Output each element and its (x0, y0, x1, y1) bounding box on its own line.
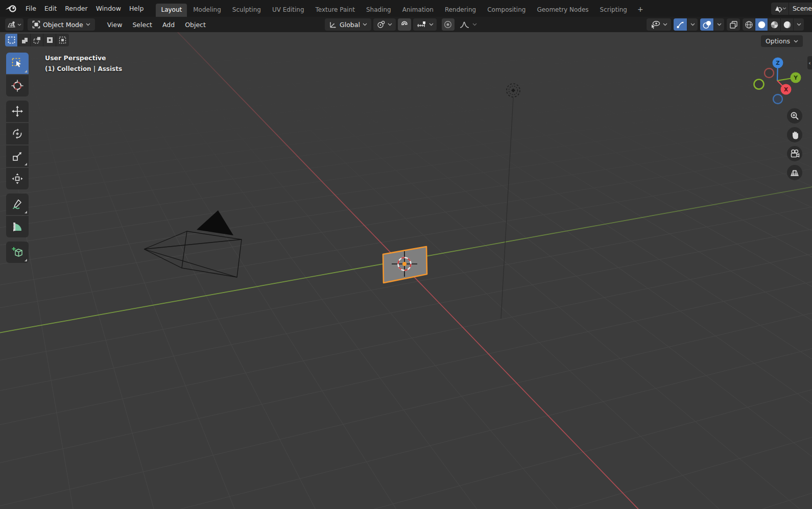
select-extend-button[interactable] (18, 34, 31, 46)
menu-add[interactable]: Add (157, 19, 180, 31)
scene-selector[interactable]: Scene (771, 3, 812, 15)
camera-view-icon (790, 149, 800, 159)
tab-scripting[interactable]: Scripting (595, 4, 632, 17)
select-box-tool[interactable] (6, 53, 29, 74)
pivot-point-selector[interactable] (373, 18, 396, 31)
tab-shading[interactable]: Shading (361, 4, 396, 17)
menu-edit[interactable]: Edit (40, 3, 61, 14)
shading-wireframe-button[interactable] (743, 18, 755, 31)
editor-type-button[interactable] (5, 18, 23, 31)
axis-x-ball[interactable]: X (781, 84, 792, 95)
menu-select[interactable]: Select (127, 19, 157, 31)
tab-animation[interactable]: Animation (397, 4, 439, 17)
select-mode-group (5, 34, 69, 46)
select-subtract-button[interactable] (31, 34, 43, 46)
chevron-down-icon (717, 23, 722, 26)
sidebar-collapse-tab[interactable]: ‹ (807, 56, 812, 69)
snap-toggle-button[interactable] (398, 18, 411, 31)
overlays-dropdown[interactable] (714, 18, 724, 31)
show-overlays-toggle[interactable] (700, 18, 713, 31)
rotate-tool[interactable] (6, 123, 29, 144)
falloff-selector[interactable] (457, 18, 480, 31)
shading-material-button[interactable] (768, 18, 781, 31)
viewport-info-text: User Perspective (1) Collection | Assist… (45, 54, 122, 72)
annotate-tool-icon (11, 198, 23, 210)
show-gizmos-toggle[interactable] (674, 18, 687, 31)
menu-help[interactable]: Help (125, 3, 148, 14)
menu-file[interactable]: File (21, 3, 40, 14)
scene-canvas[interactable] (0, 0, 812, 509)
overlays-control (700, 18, 724, 31)
select-intersect-button[interactable] (56, 34, 69, 46)
menu-view[interactable]: View (102, 19, 128, 31)
chevron-down-icon (388, 23, 392, 26)
select-set-icon (7, 36, 16, 44)
menu-object[interactable]: Object (180, 19, 211, 31)
measure-tool[interactable] (6, 216, 29, 237)
add-workspace-button[interactable]: + (633, 4, 648, 17)
pan-button[interactable] (787, 127, 802, 142)
gizmos-control (674, 18, 698, 31)
add-cube-tool[interactable] (6, 241, 29, 263)
proportional-editing-button[interactable] (442, 18, 455, 31)
xray-toggle[interactable] (727, 18, 740, 31)
tab-rendering[interactable]: Rendering (440, 4, 481, 17)
navigation-gizmo[interactable]: Z Y X (752, 55, 803, 106)
axis-y-ball[interactable]: Y (791, 72, 801, 83)
shading-material-icon (770, 20, 779, 29)
transform-tool[interactable] (6, 168, 29, 189)
select-set-button[interactable] (5, 34, 18, 46)
axis-z-neg-ball[interactable] (773, 94, 782, 104)
options-button[interactable]: Options (761, 35, 803, 47)
tab-modeling[interactable]: Modeling (188, 4, 226, 17)
move-tool[interactable] (6, 101, 29, 122)
tab-geometry-nodes[interactable]: Geometry Nodes (532, 4, 593, 17)
gizmos-dropdown[interactable] (687, 18, 698, 31)
select-box-tool-icon (11, 57, 23, 69)
chevron-down-icon (797, 23, 801, 26)
collection-label: (1) Collection | Assists (45, 65, 122, 72)
scale-tool[interactable] (6, 146, 29, 167)
tab-uv-editing[interactable]: UV Editing (267, 4, 309, 17)
object-visibility-icon (650, 20, 660, 29)
scene-name: Scene (793, 5, 812, 12)
select-invert-button[interactable] (43, 34, 56, 46)
topbar: File Edit Render Window Help Layout Mode… (0, 0, 812, 17)
snap-target-selector[interactable] (413, 18, 437, 31)
toggle-ortho-icon (790, 167, 800, 178)
axis-x-label: X (784, 86, 788, 92)
camera-view-button[interactable] (787, 146, 802, 161)
zoom-button[interactable] (787, 108, 802, 124)
xray-icon (729, 20, 738, 29)
axis-z-ball[interactable]: Z (773, 58, 783, 68)
viewport-header: Object Mode View Select Add Object Globa… (0, 17, 812, 32)
object-visibility-selector[interactable] (647, 18, 671, 31)
viewport-3d[interactable]: Options User Perspective (1) Collection … (0, 32, 812, 509)
chevron-down-icon (17, 23, 21, 26)
shading-rendered-button[interactable] (781, 18, 794, 31)
menu-render[interactable]: Render (61, 3, 92, 14)
shading-solid-icon (757, 20, 766, 29)
chevron-down-icon (794, 40, 798, 43)
tab-sculpting[interactable]: Sculpting (227, 4, 266, 17)
overlays-icon (702, 20, 711, 29)
shading-solid-button[interactable] (755, 18, 768, 31)
workspace-tabs: Layout Modeling Sculpting UV Editing Tex… (156, 0, 647, 17)
tab-layout[interactable]: Layout (156, 4, 187, 17)
axis-x-neg-ball[interactable] (765, 68, 774, 78)
shading-wireframe-icon (745, 20, 753, 29)
annotate-tool[interactable] (6, 193, 29, 215)
shading-dropdown[interactable] (794, 18, 804, 31)
tab-texture-paint[interactable]: Texture Paint (311, 4, 360, 17)
transform-orientation-selector[interactable]: Global (325, 18, 371, 31)
cursor-tool[interactable] (6, 75, 29, 96)
cursor-tool-icon (11, 79, 24, 92)
axis-y-neg-ball[interactable] (754, 80, 764, 89)
mode-selector[interactable]: Object Mode (28, 18, 95, 31)
collapse-arrow: ‹ (808, 60, 810, 66)
menu-window[interactable]: Window (92, 3, 125, 14)
object-mode-icon (32, 20, 40, 29)
tab-compositing[interactable]: Compositing (482, 4, 531, 17)
transform-orientation-icon (329, 21, 337, 29)
toggle-ortho-button[interactable] (787, 165, 802, 180)
